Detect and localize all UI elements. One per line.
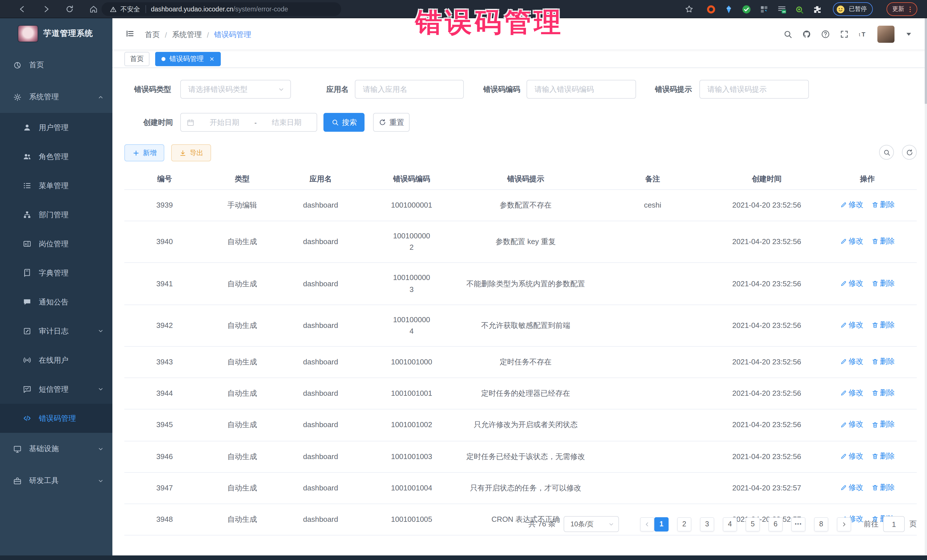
edit-link[interactable]: 修改 [840, 278, 863, 289]
date-range-picker[interactable]: 开始日期 - 结束日期 [180, 113, 317, 132]
delete-link[interactable]: 删除 [871, 199, 895, 211]
page-button-2[interactable]: 2 [677, 517, 691, 531]
edit-link[interactable]: 修改 [840, 482, 863, 493]
cell-hint: 参数配置 key 重复 [462, 221, 590, 263]
sidebar-item-audit-log[interactable]: 审计日志 [0, 317, 112, 346]
avatar-dropdown-icon[interactable] [904, 29, 913, 38]
sidebar-item-infrastructure[interactable]: 基础设施 [0, 433, 112, 465]
browser-home-icon[interactable] [89, 5, 98, 14]
cell-time: 2021-04-20 23:52:57 [715, 472, 818, 504]
user-avatar[interactable] [877, 25, 895, 42]
delete-link[interactable]: 删除 [871, 319, 895, 331]
page-button-3[interactable]: 3 [700, 517, 714, 531]
error-hint-input[interactable] [700, 84, 808, 94]
paused-badge[interactable]: 已暂停 [833, 2, 872, 16]
sidebar-item-home[interactable]: 首页 [0, 49, 112, 81]
refresh-table-button[interactable] [902, 145, 917, 160]
page-button-8[interactable]: 8 [814, 517, 828, 531]
sidebar-item-error-code-management[interactable]: 错误码管理 [0, 404, 112, 433]
delete-link[interactable]: 删除 [871, 482, 895, 493]
breadcrumb-system[interactable]: 系统管理 [172, 30, 202, 40]
browser-menu-icon[interactable] [906, 5, 914, 13]
edit-link[interactable]: 修改 [840, 319, 863, 331]
bookmark-star-icon[interactable] [685, 5, 694, 14]
breadcrumb-home[interactable]: 首页 [145, 30, 160, 40]
page-button-6[interactable]: 6 [768, 517, 783, 531]
trash-icon [871, 238, 878, 245]
sidebar-item-system-management[interactable]: 系统管理 [0, 81, 112, 113]
next-page-button[interactable] [837, 517, 851, 531]
prev-page-button[interactable] [640, 517, 654, 531]
sidebar-item-dept-management[interactable]: 部门管理 [0, 200, 112, 229]
error-code-input[interactable] [527, 84, 635, 94]
tab-error-code[interactable]: 错误码管理 [155, 52, 221, 66]
tab-home[interactable]: 首页 [125, 52, 149, 66]
delete-link[interactable]: 删除 [871, 450, 895, 461]
delete-link[interactable]: 删除 [871, 278, 895, 289]
search-button[interactable]: 搜索 [324, 113, 365, 132]
page-button-4[interactable]: 4 [723, 517, 737, 531]
pen-icon [840, 421, 847, 428]
puzzle-ext-icon[interactable] [812, 4, 822, 14]
sidebar-item-dict-management[interactable]: 字典管理 [0, 258, 112, 287]
ring-ext-icon[interactable] [706, 4, 716, 14]
delete-link[interactable]: 删除 [871, 419, 895, 430]
sidebar-item-post-management[interactable]: 岗位管理 [0, 229, 112, 258]
page-button-5[interactable]: 5 [746, 517, 760, 531]
page-ellipsis[interactable]: ••• [791, 517, 805, 531]
address-bar[interactable]: 不安全 dashboard.yudao.iocoder.cn/system/er… [102, 2, 341, 16]
edit-link[interactable]: 修改 [840, 450, 863, 461]
github-icon[interactable] [802, 29, 811, 38]
sidebar-item-sms-management[interactable]: 短信管理 [0, 375, 112, 404]
reset-button[interactable]: 重置 [373, 113, 410, 132]
delete-link[interactable]: 删除 [871, 235, 895, 247]
font-size-icon[interactable]: tT [859, 29, 868, 38]
browser-reload-icon[interactable] [65, 5, 74, 14]
edit-link[interactable]: 修改 [840, 419, 863, 430]
browser-update-button[interactable]: 更新 [886, 2, 917, 16]
search-icon[interactable] [783, 29, 792, 38]
goto-page-input[interactable] [883, 516, 905, 532]
page-size-select[interactable]: 10条/页 [564, 516, 619, 532]
export-button[interactable]: 导出 [171, 144, 211, 161]
sidebar-item-notice-announcement[interactable]: 通知公告 [0, 287, 112, 317]
delete-link[interactable]: 删除 [871, 356, 895, 367]
cell-actions: 修改删除 [818, 263, 917, 305]
edit-link[interactable]: 修改 [840, 356, 863, 367]
app-name-input[interactable] [356, 84, 463, 94]
check-circle-ext-icon[interactable] [742, 4, 751, 14]
show-search-button[interactable] [879, 145, 894, 160]
pen-icon [840, 238, 847, 245]
sidebar-item-user-management[interactable]: 用户管理 [0, 113, 112, 142]
edit-link[interactable]: 修改 [840, 199, 863, 211]
sidebar-item-dev-tools[interactable]: 研发工具 [0, 465, 112, 497]
column-header: 类型 [205, 168, 280, 190]
gem-ext-icon[interactable] [724, 4, 734, 14]
column-header: 错误码编码 [362, 168, 462, 190]
reset-button-icon [378, 118, 386, 126]
fullscreen-icon[interactable] [840, 29, 849, 38]
tab-close-icon[interactable] [209, 56, 214, 61]
browser-forward-icon[interactable] [42, 5, 51, 14]
leaf-ext-icon[interactable] [795, 4, 804, 14]
browser-back-icon[interactable] [18, 5, 27, 14]
grid-ext-icon[interactable] [759, 4, 769, 14]
edit-link[interactable]: 修改 [840, 387, 863, 399]
sidebar-item-label: 岗位管理 [39, 239, 68, 249]
lines-on-ext-icon[interactable]: on [777, 4, 787, 14]
scrollbar-thumb[interactable] [925, 18, 927, 104]
sidebar-item-role-management[interactable]: 角色管理 [0, 142, 112, 171]
help-icon[interactable] [821, 29, 830, 38]
sidebar-item-online-users[interactable]: 在线用户 [0, 346, 112, 375]
cell-code: 1001001003 [362, 441, 462, 472]
add-button[interactable]: 新增 [125, 144, 164, 161]
cell-id: 3942 [125, 305, 205, 347]
cell-actions: 修改删除 [818, 346, 917, 378]
sidebar-item-menu-management[interactable]: 菜单管理 [0, 171, 112, 200]
sidebar-logo[interactable]: 芋道管理系统 [0, 18, 112, 49]
edit-link[interactable]: 修改 [840, 235, 863, 247]
page-button-1[interactable]: 1 [654, 517, 669, 531]
delete-link[interactable]: 删除 [871, 387, 895, 399]
sidebar-toggle-icon[interactable] [126, 29, 135, 38]
error-type-select[interactable]: 请选择错误码类型 [180, 80, 291, 99]
